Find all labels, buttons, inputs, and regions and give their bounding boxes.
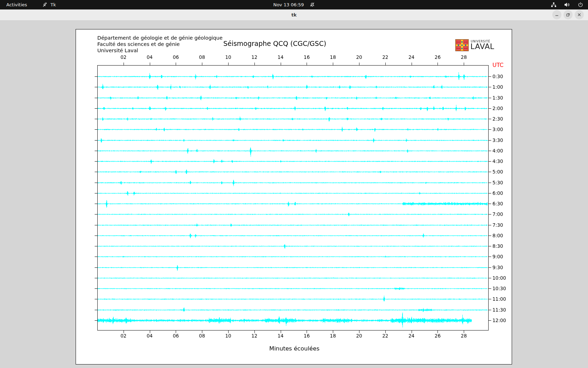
x-tick-label-top: 28 — [458, 54, 470, 60]
laval-shield-icon — [455, 39, 469, 51]
x-tick-label-bottom: 26 — [432, 333, 443, 339]
x-tick-label-top: 02 — [118, 54, 130, 60]
x-tick-label-top: 12 — [248, 54, 260, 60]
trace-time-label: 11:30 — [492, 307, 506, 313]
close-button[interactable] — [575, 10, 584, 19]
activities-label: Activities — [6, 2, 27, 7]
plot-title: Séismographe QCQ (CGC/GSC) — [222, 40, 327, 47]
volume-icon[interactable] — [564, 2, 570, 7]
x-tick-label-bottom: 02 — [118, 333, 130, 339]
org-line-3: Université Laval — [97, 47, 138, 54]
trace-time-label: 7:00 — [492, 211, 503, 217]
x-tick-label-top: 06 — [170, 54, 182, 60]
network-wired-icon[interactable] — [551, 2, 556, 7]
window-titlebar[interactable]: tk — [0, 9, 588, 21]
x-tick-label-bottom: 16 — [301, 333, 313, 339]
org-line-2: Faculté des sciences et de génie — [97, 41, 180, 47]
trace-time-label: 7:30 — [492, 222, 503, 228]
trace-time-label: 9:00 — [492, 254, 503, 259]
trace-time-label: 12:00 — [492, 318, 506, 323]
trace-time-label: 11:00 — [492, 296, 506, 302]
seismograph-canvas — [76, 29, 512, 364]
x-tick-label-top: 24 — [406, 54, 418, 60]
x-tick-label-bottom: 22 — [379, 333, 391, 339]
x-tick-label-top: 18 — [327, 54, 339, 60]
trace-time-label: 10:30 — [492, 286, 506, 291]
window-controls — [552, 10, 584, 19]
x-tick-label-top: 10 — [222, 54, 234, 60]
trace-time-label: 3:00 — [492, 127, 503, 132]
trace-time-label: 1:00 — [492, 84, 503, 90]
maximize-button[interactable] — [564, 10, 573, 19]
x-tick-label-top: 26 — [432, 54, 443, 60]
seismograph-panel: Département de géologie et de génie géol… — [76, 29, 512, 364]
x-tick-label-bottom: 10 — [222, 333, 234, 339]
x-tick-label-bottom: 04 — [144, 333, 156, 339]
power-icon[interactable] — [578, 2, 583, 7]
trace-time-label: 2:00 — [492, 105, 503, 111]
trace-time-label: 2:30 — [492, 116, 503, 122]
trace-time-label: 6:30 — [492, 201, 503, 206]
clock-text: Nov 13 06:59 — [273, 2, 304, 7]
trace-time-label: 5:30 — [492, 180, 503, 185]
x-tick-label-bottom: 20 — [353, 333, 365, 339]
trace-time-label: 3:30 — [492, 137, 503, 143]
x-tick-label-bottom: 18 — [327, 333, 339, 339]
utc-label: UTC — [492, 62, 504, 68]
tk-feather-icon — [42, 2, 48, 7]
x-tick-label-top: 16 — [301, 54, 313, 60]
org-line-1: Département de géologie et de génie géol… — [97, 35, 223, 41]
logo-laval-text: LAVAL — [470, 42, 494, 51]
trace-time-label: 4:30 — [492, 158, 503, 164]
gnome-top-bar: Activities Tk Nov 13 06:59 — [0, 0, 588, 9]
x-axis-label: Minutes écoulées — [242, 345, 347, 352]
trace-time-label: 5:00 — [492, 169, 503, 175]
minimize-button[interactable] — [552, 10, 561, 19]
x-tick-label-bottom: 06 — [170, 333, 182, 339]
trace-time-label: 8:00 — [492, 233, 503, 238]
x-tick-label-top: 22 — [379, 54, 391, 60]
trace-time-label: 4:00 — [492, 148, 503, 154]
x-tick-label-bottom: 24 — [406, 333, 418, 339]
notifications-disabled-icon — [309, 2, 315, 7]
x-tick-label-top: 20 — [353, 54, 365, 60]
x-tick-label-top: 08 — [196, 54, 208, 60]
app-menu-label: Tk — [50, 2, 56, 7]
x-tick-label-bottom: 28 — [458, 333, 470, 339]
x-tick-label-bottom: 12 — [248, 333, 260, 339]
trace-time-label: 0:30 — [492, 74, 503, 79]
app-menu-button[interactable]: Tk — [42, 2, 56, 7]
trace-time-label: 8:30 — [492, 243, 503, 249]
x-tick-label-bottom: 14 — [275, 333, 287, 339]
x-tick-label-bottom: 08 — [196, 333, 208, 339]
trace-time-label: 6:00 — [492, 190, 503, 196]
x-tick-label-top: 14 — [275, 54, 287, 60]
trace-time-label: 9:30 — [492, 265, 503, 270]
trace-time-label: 10:00 — [492, 275, 506, 281]
activities-button[interactable]: Activities — [0, 0, 33, 9]
clock-button[interactable]: Nov 13 06:59 — [273, 0, 315, 9]
x-tick-label-top: 04 — [144, 54, 156, 60]
trace-time-label: 1:30 — [492, 95, 503, 101]
window-title: tk — [292, 12, 297, 18]
system-status-area — [551, 0, 583, 9]
